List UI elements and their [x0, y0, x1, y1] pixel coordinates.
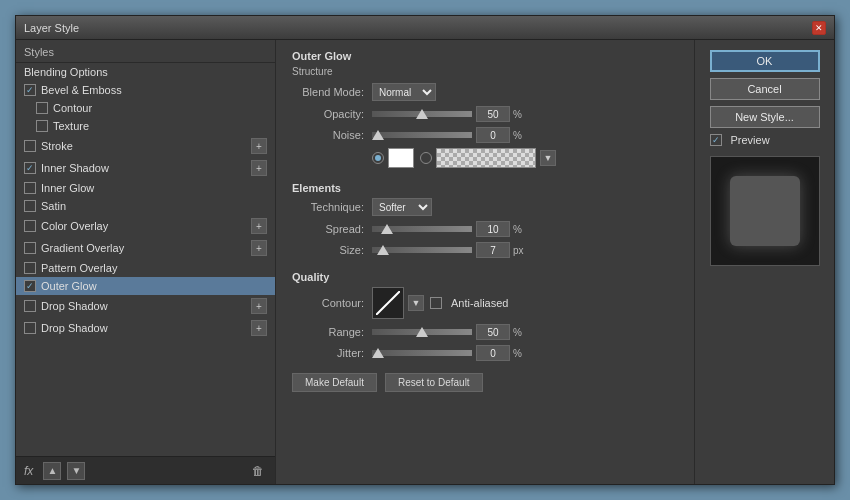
- sidebar-item-drop-shadow-2[interactable]: Drop Shadow +: [16, 317, 275, 339]
- anti-alias-checkbox[interactable]: [430, 297, 442, 309]
- contour-checkbox[interactable]: [36, 102, 48, 114]
- range-input[interactable]: [476, 324, 510, 340]
- range-label: Range:: [292, 326, 372, 338]
- sidebar-item-outer-glow[interactable]: Outer Glow: [16, 277, 275, 295]
- texture-label: Texture: [53, 120, 267, 132]
- gradient-swatch[interactable]: [436, 148, 536, 168]
- preview-checkbox[interactable]: [710, 134, 722, 146]
- color-overlay-label: Color Overlay: [41, 220, 251, 232]
- range-slider-thumb[interactable]: [416, 327, 428, 337]
- gradient-overlay-checkbox[interactable]: [24, 242, 36, 254]
- noise-slider-track[interactable]: [372, 132, 472, 138]
- make-default-button[interactable]: Make Default: [292, 373, 377, 392]
- contour-preview[interactable]: [372, 287, 404, 319]
- drop-shadow-2-plus-button[interactable]: +: [251, 320, 267, 336]
- jitter-label: Jitter:: [292, 347, 372, 359]
- size-input[interactable]: [476, 242, 510, 258]
- technique-row: Technique: Softer Precise: [292, 198, 678, 216]
- close-button[interactable]: ✕: [812, 21, 826, 35]
- sidebar-item-bevel-emboss[interactable]: Bevel & Emboss: [16, 81, 275, 99]
- drop-shadow-1-plus-button[interactable]: +: [251, 298, 267, 314]
- contour-dropdown-button[interactable]: ▼: [408, 295, 424, 311]
- stroke-plus-button[interactable]: +: [251, 138, 267, 154]
- solid-color-radio[interactable]: [372, 152, 384, 164]
- opacity-slider-track[interactable]: [372, 111, 472, 117]
- sidebar-item-drop-shadow-1[interactable]: Drop Shadow +: [16, 295, 275, 317]
- spread-input[interactable]: [476, 221, 510, 237]
- range-unit: %: [513, 327, 529, 338]
- left-panel: Styles Blending Options Bevel & Emboss C…: [16, 40, 276, 484]
- preview-area: [710, 156, 820, 266]
- inner-shadow-plus-button[interactable]: +: [251, 160, 267, 176]
- opacity-label: Opacity:: [292, 108, 372, 120]
- technique-label: Technique:: [292, 201, 372, 213]
- outer-glow-checkbox[interactable]: [24, 280, 36, 292]
- opacity-slider-container: %: [372, 106, 678, 122]
- anti-alias-row: Anti-aliased: [430, 297, 508, 309]
- sidebar-item-blending-options[interactable]: Blending Options: [16, 63, 275, 81]
- sidebar-item-stroke[interactable]: Stroke +: [16, 135, 275, 157]
- drop-shadow-1-label: Drop Shadow: [41, 300, 251, 312]
- opacity-row: Opacity: %: [292, 106, 678, 122]
- fx-label: fx: [24, 464, 33, 478]
- technique-select[interactable]: Softer Precise: [372, 198, 432, 216]
- inner-glow-label: Inner Glow: [41, 182, 267, 194]
- texture-checkbox[interactable]: [36, 120, 48, 132]
- move-up-button[interactable]: ▲: [43, 462, 61, 480]
- spread-slider-track[interactable]: [372, 226, 472, 232]
- styles-list: Blending Options Bevel & Emboss Contour …: [16, 63, 275, 456]
- noise-input[interactable]: [476, 127, 510, 143]
- jitter-input[interactable]: [476, 345, 510, 361]
- inner-shadow-checkbox[interactable]: [24, 162, 36, 174]
- sidebar-item-pattern-overlay[interactable]: Pattern Overlay: [16, 259, 275, 277]
- pattern-overlay-checkbox[interactable]: [24, 262, 36, 274]
- gradient-dropdown-button[interactable]: ▼: [540, 150, 556, 166]
- opacity-slider-thumb[interactable]: [416, 109, 428, 119]
- ok-button[interactable]: OK: [710, 50, 820, 72]
- color-overlay-plus-button[interactable]: +: [251, 218, 267, 234]
- satin-checkbox[interactable]: [24, 200, 36, 212]
- gradient-radio[interactable]: [420, 152, 432, 164]
- drop-shadow-2-label: Drop Shadow: [41, 322, 251, 334]
- size-unit: px: [513, 245, 529, 256]
- delete-button[interactable]: 🗑: [249, 462, 267, 480]
- opacity-input[interactable]: [476, 106, 510, 122]
- stroke-checkbox[interactable]: [24, 140, 36, 152]
- color-overlay-checkbox[interactable]: [24, 220, 36, 232]
- right-panel: OK Cancel New Style... Preview: [694, 40, 834, 484]
- sidebar-item-inner-glow[interactable]: Inner Glow: [16, 179, 275, 197]
- bevel-emboss-checkbox[interactable]: [24, 84, 36, 96]
- spread-slider-thumb[interactable]: [381, 224, 393, 234]
- sidebar-item-texture[interactable]: Texture: [16, 117, 275, 135]
- color-swatch[interactable]: [388, 148, 414, 168]
- size-slider-track[interactable]: [372, 247, 472, 253]
- blend-mode-row: Blend Mode: Normal Dissolve Multiply Scr…: [292, 83, 678, 101]
- size-slider-thumb[interactable]: [377, 245, 389, 255]
- title-bar: Layer Style ✕: [16, 16, 834, 40]
- blend-mode-select[interactable]: Normal Dissolve Multiply Screen Overlay: [372, 83, 436, 101]
- move-down-button[interactable]: ▼: [67, 462, 85, 480]
- bottom-toolbar: fx ▲ ▼ 🗑: [16, 456, 275, 484]
- drop-shadow-1-checkbox[interactable]: [24, 300, 36, 312]
- swatch-row: ▼: [292, 148, 678, 168]
- gradient-overlay-plus-button[interactable]: +: [251, 240, 267, 256]
- jitter-slider-thumb[interactable]: [372, 348, 384, 358]
- reset-default-button[interactable]: Reset to Default: [385, 373, 483, 392]
- jitter-unit: %: [513, 348, 529, 359]
- range-slider-track[interactable]: [372, 329, 472, 335]
- drop-shadow-2-checkbox[interactable]: [24, 322, 36, 334]
- layer-style-dialog: Layer Style ✕ Styles Blending Options Be…: [15, 15, 835, 485]
- sidebar-item-contour[interactable]: Contour: [16, 99, 275, 117]
- contour-label: Contour:: [292, 297, 372, 309]
- sidebar-item-color-overlay[interactable]: Color Overlay +: [16, 215, 275, 237]
- sidebar-item-satin[interactable]: Satin: [16, 197, 275, 215]
- sidebar-item-inner-shadow[interactable]: Inner Shadow +: [16, 157, 275, 179]
- jitter-slider-track[interactable]: [372, 350, 472, 356]
- noise-slider-thumb[interactable]: [372, 130, 384, 140]
- noise-slider-container: %: [372, 127, 678, 143]
- cancel-button[interactable]: Cancel: [710, 78, 820, 100]
- new-style-button[interactable]: New Style...: [710, 106, 820, 128]
- sidebar-item-gradient-overlay[interactable]: Gradient Overlay +: [16, 237, 275, 259]
- jitter-row: Jitter: %: [292, 345, 678, 361]
- inner-glow-checkbox[interactable]: [24, 182, 36, 194]
